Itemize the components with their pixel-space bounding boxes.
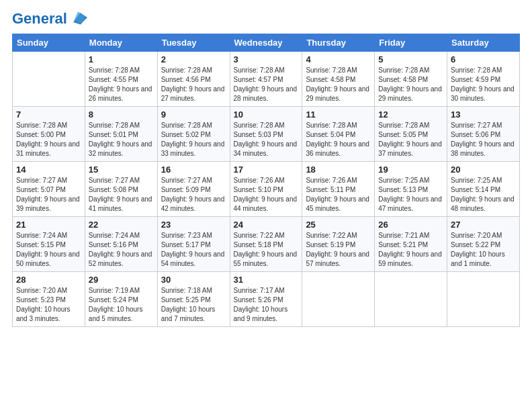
sunset-label: Sunset: 5:09 PM [161, 186, 211, 193]
cell-info: Sunrise: 7:17 AMSunset: 5:26 PMDaylight:… [234, 286, 299, 324]
daylight-label: Daylight: 9 hours and 29 minutes. [378, 85, 442, 102]
sunset-label: Sunset: 5:26 PM [234, 296, 283, 304]
day-number: 25 [306, 220, 371, 230]
sunset-label: Sunset: 5:19 PM [306, 241, 355, 248]
calendar-cell: 25Sunrise: 7:22 AMSunset: 5:19 PMDayligh… [302, 217, 375, 272]
cell-info: Sunrise: 7:28 AMSunset: 4:59 PMDaylight:… [451, 66, 516, 103]
daylight-label: Daylight: 9 hours and 55 minutes. [234, 250, 298, 267]
sunset-label: Sunset: 5:18 PM [234, 241, 283, 248]
daylight-label: Daylight: 9 hours and 57 minutes. [306, 250, 369, 267]
day-number: 14 [16, 165, 81, 175]
sunset-label: Sunset: 4:59 PM [451, 76, 500, 83]
calendar-cell: 15Sunrise: 7:27 AMSunset: 5:08 PMDayligh… [85, 162, 157, 217]
cell-info: Sunrise: 7:27 AMSunset: 5:07 PMDaylight:… [16, 176, 81, 214]
weekday-header-friday: Friday [375, 34, 447, 52]
cell-info: Sunrise: 7:28 AMSunset: 4:58 PMDaylight:… [306, 66, 371, 103]
calendar-cell: 14Sunrise: 7:27 AMSunset: 5:07 PMDayligh… [13, 162, 85, 217]
calendar-cell: 19Sunrise: 7:25 AMSunset: 5:13 PMDayligh… [375, 162, 447, 217]
cell-info: Sunrise: 7:28 AMSunset: 4:56 PMDaylight:… [161, 66, 226, 103]
cell-info: Sunrise: 7:25 AMSunset: 5:13 PMDaylight:… [378, 176, 443, 214]
calendar-cell: 16Sunrise: 7:27 AMSunset: 5:09 PMDayligh… [157, 162, 230, 217]
sunrise-label: Sunrise: 7:28 AM [234, 66, 285, 74]
sunset-label: Sunset: 5:15 PM [16, 241, 66, 248]
daylight-label: Daylight: 9 hours and 31 minutes. [16, 140, 80, 157]
sunset-label: Sunset: 5:01 PM [89, 131, 138, 138]
day-number: 9 [161, 109, 226, 120]
calendar-cell: 20Sunrise: 7:25 AMSunset: 5:14 PMDayligh… [447, 162, 520, 217]
day-number: 30 [161, 275, 226, 285]
sunset-label: Sunset: 4:58 PM [378, 76, 428, 83]
sunrise-label: Sunrise: 7:28 AM [89, 122, 140, 129]
sunset-label: Sunset: 5:04 PM [306, 131, 355, 138]
calendar-cell: 5Sunrise: 7:28 AMSunset: 4:58 PMDaylight… [375, 52, 447, 107]
sunset-label: Sunset: 5:14 PM [451, 186, 500, 193]
calendar-cell: 4Sunrise: 7:28 AMSunset: 4:58 PMDaylight… [302, 52, 375, 107]
cell-info: Sunrise: 7:28 AMSunset: 4:55 PMDaylight:… [89, 66, 154, 103]
sunrise-label: Sunrise: 7:21 AM [378, 232, 429, 239]
sunset-label: Sunset: 5:22 PM [451, 241, 500, 248]
sunset-label: Sunset: 4:55 PM [89, 76, 138, 83]
sunrise-label: Sunrise: 7:22 AM [306, 232, 357, 239]
cell-info: Sunrise: 7:22 AMSunset: 5:19 PMDaylight:… [306, 231, 371, 269]
sunrise-label: Sunrise: 7:28 AM [306, 122, 357, 129]
calendar-week-2: 7Sunrise: 7:28 AMSunset: 5:00 PMDaylight… [13, 107, 520, 162]
cell-info: Sunrise: 7:27 AMSunset: 5:09 PMDaylight:… [161, 176, 226, 214]
calendar-cell: 24Sunrise: 7:22 AMSunset: 5:18 PMDayligh… [230, 217, 302, 272]
daylight-label: Daylight: 9 hours and 52 minutes. [89, 250, 152, 267]
weekday-header-saturday: Saturday [447, 34, 520, 52]
calendar-cell: 6Sunrise: 7:28 AMSunset: 4:59 PMDaylight… [447, 52, 520, 107]
sunset-label: Sunset: 5:03 PM [234, 131, 283, 138]
calendar-cell: 3Sunrise: 7:28 AMSunset: 4:57 PMDaylight… [230, 52, 302, 107]
sunset-label: Sunset: 5:23 PM [16, 296, 66, 304]
cell-info: Sunrise: 7:24 AMSunset: 5:16 PMDaylight:… [89, 231, 154, 269]
day-number: 19 [378, 165, 443, 175]
sunrise-label: Sunrise: 7:28 AM [378, 122, 429, 129]
sunrise-label: Sunrise: 7:22 AM [234, 232, 285, 239]
cell-info: Sunrise: 7:28 AMSunset: 4:58 PMDaylight:… [378, 66, 443, 103]
sunrise-label: Sunrise: 7:27 AM [451, 122, 502, 129]
day-number: 3 [234, 54, 299, 64]
cell-info: Sunrise: 7:28 AMSunset: 5:00 PMDaylight:… [16, 121, 81, 158]
calendar-week-5: 28Sunrise: 7:20 AMSunset: 5:23 PMDayligh… [13, 272, 520, 327]
sunset-label: Sunset: 5:25 PM [161, 296, 211, 304]
day-number: 29 [89, 275, 154, 285]
sunrise-label: Sunrise: 7:27 AM [16, 177, 67, 184]
sunset-label: Sunset: 5:24 PM [89, 296, 138, 304]
day-number: 1 [89, 54, 154, 64]
sunrise-label: Sunrise: 7:28 AM [234, 122, 285, 129]
sunset-label: Sunset: 4:57 PM [234, 76, 283, 83]
calendar-cell: 7Sunrise: 7:28 AMSunset: 5:00 PMDaylight… [13, 107, 85, 162]
day-number: 23 [161, 220, 226, 230]
sunrise-label: Sunrise: 7:27 AM [89, 177, 140, 184]
daylight-label: Daylight: 9 hours and 44 minutes. [234, 195, 298, 212]
calendar-cell: 1Sunrise: 7:28 AMSunset: 4:55 PMDaylight… [85, 52, 157, 107]
day-number: 10 [234, 109, 299, 120]
daylight-label: Daylight: 10 hours and 9 minutes. [234, 306, 288, 322]
sunset-label: Sunset: 4:56 PM [161, 76, 211, 83]
calendar-cell: 9Sunrise: 7:28 AMSunset: 5:02 PMDaylight… [157, 107, 230, 162]
sunrise-label: Sunrise: 7:27 AM [161, 177, 212, 184]
logo-icon [69, 8, 87, 27]
day-number: 24 [234, 220, 299, 230]
day-number: 16 [161, 165, 226, 175]
calendar-cell: 2Sunrise: 7:28 AMSunset: 4:56 PMDaylight… [157, 52, 230, 107]
calendar-week-4: 21Sunrise: 7:24 AMSunset: 5:15 PMDayligh… [13, 217, 520, 272]
day-number: 28 [16, 275, 81, 285]
day-number: 15 [89, 165, 154, 175]
sunset-label: Sunset: 5:11 PM [306, 186, 355, 193]
day-number: 6 [451, 54, 516, 64]
sunset-label: Sunset: 5:08 PM [89, 186, 138, 193]
sunset-label: Sunset: 5:00 PM [16, 131, 66, 138]
daylight-label: Daylight: 9 hours and 59 minutes. [378, 250, 442, 267]
sunset-label: Sunset: 5:21 PM [378, 241, 428, 248]
cell-info: Sunrise: 7:21 AMSunset: 5:21 PMDaylight:… [378, 231, 443, 269]
sunrise-label: Sunrise: 7:17 AM [234, 287, 285, 294]
calendar-cell [447, 272, 520, 327]
sunset-label: Sunset: 5:02 PM [161, 131, 211, 138]
day-number: 12 [378, 109, 443, 120]
cell-info: Sunrise: 7:28 AMSunset: 5:04 PMDaylight:… [306, 121, 371, 158]
daylight-label: Daylight: 9 hours and 27 minutes. [161, 85, 225, 102]
cell-info: Sunrise: 7:19 AMSunset: 5:24 PMDaylight:… [89, 286, 154, 324]
sunset-label: Sunset: 5:07 PM [16, 186, 66, 193]
cell-info: Sunrise: 7:25 AMSunset: 5:14 PMDaylight:… [451, 176, 516, 214]
